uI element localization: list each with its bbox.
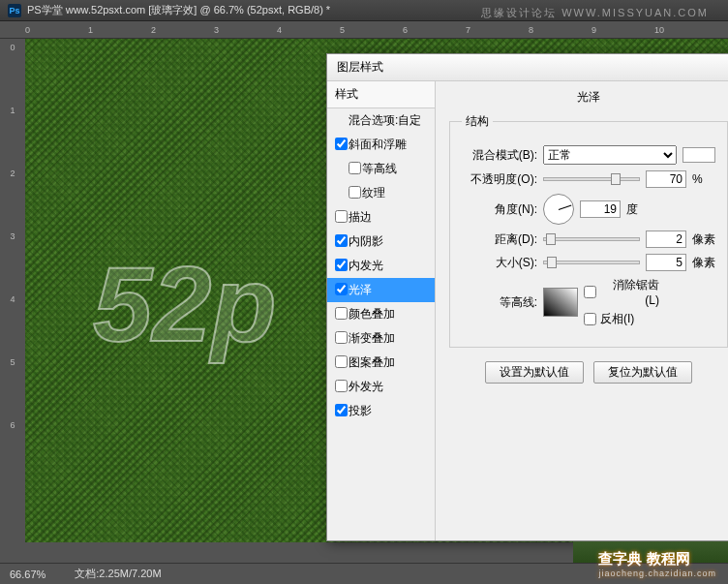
style-checkbox[interactable] [335, 259, 348, 271]
glass-text: 52p [93, 242, 277, 365]
style-item[interactable]: 颜色叠加 [327, 302, 435, 326]
styles-list: 样式 混合选项:自定斜面和浮雕等高线纹理描边内阴影内发光光泽颜色叠加渐变叠加图案… [327, 81, 436, 540]
antialias-checkbox[interactable]: 消除锯齿(L) [584, 277, 659, 307]
style-checkbox[interactable] [335, 210, 348, 223]
style-item[interactable]: 图案叠加 [327, 351, 435, 375]
style-item[interactable]: 描边 [327, 205, 435, 230]
style-item[interactable]: 纹理 [327, 181, 435, 205]
style-checkbox[interactable] [335, 307, 348, 320]
distance-input[interactable] [646, 231, 686, 248]
dialog-title[interactable]: 图层样式 [327, 54, 728, 81]
zoom-level[interactable]: 66.67% [10, 569, 46, 580]
style-checkbox[interactable] [335, 138, 348, 150]
opacity-input[interactable] [646, 170, 686, 188]
style-item[interactable]: 渐变叠加 [327, 326, 435, 351]
panel-title: 光泽 [449, 89, 728, 106]
watermark-bottom: 查字典 教程网 jiaocheng.chazidian.com [598, 550, 716, 578]
style-checkbox[interactable] [335, 283, 348, 295]
doc-size[interactable]: 文档:2.25M/7.20M [75, 567, 161, 581]
blend-mode-select[interactable]: 正常 [543, 145, 677, 165]
angle-input[interactable] [580, 200, 621, 218]
distance-unit: 像素 [692, 231, 715, 248]
distance-slider[interactable] [543, 237, 640, 241]
size-label: 大小(S): [462, 255, 537, 271]
opacity-unit: % [692, 172, 715, 186]
blend-mode-label: 混合模式(B): [462, 147, 537, 164]
ruler-vertical[interactable]: 0123456 [0, 39, 25, 542]
structure-group: 结构 混合模式(B): 正常 不透明度(O): % 角度(N): 度 [449, 113, 728, 348]
settings-panel: 光泽 结构 混合模式(B): 正常 不透明度(O): % 角度(N): [436, 81, 728, 540]
style-item[interactable]: 斜面和浮雕 [327, 133, 435, 157]
contour-label: 等高线: [462, 294, 537, 311]
watermark-top: 思缘设计论坛 WWW.MISSYUAN.COM [481, 6, 709, 20]
size-slider[interactable] [543, 261, 640, 264]
style-checkbox[interactable] [349, 186, 361, 199]
style-item[interactable]: 外发光 [327, 375, 435, 399]
style-item[interactable]: 光泽 [327, 278, 435, 302]
distance-label: 距离(D): [462, 231, 537, 248]
size-unit: 像素 [692, 255, 715, 271]
style-item[interactable]: 投影 [327, 399, 435, 423]
style-checkbox[interactable] [335, 331, 348, 344]
style-checkbox[interactable] [349, 162, 361, 174]
style-checkbox[interactable] [335, 380, 348, 392]
style-checkbox[interactable] [335, 404, 348, 416]
opacity-slider[interactable] [543, 177, 640, 181]
invert-checkbox[interactable]: 反相(I) [584, 311, 659, 327]
style-item[interactable]: 内阴影 [327, 230, 435, 254]
style-item[interactable]: 内发光 [327, 254, 435, 278]
layer-style-dialog: 图层样式 样式 混合选项:自定斜面和浮雕等高线纹理描边内阴影内发光光泽颜色叠加渐… [326, 53, 728, 541]
contour-picker[interactable] [543, 288, 578, 317]
opacity-label: 不透明度(O): [462, 171, 537, 188]
group-legend: 结构 [462, 113, 493, 130]
ruler-horizontal[interactable]: 012345678910 [0, 21, 728, 39]
angle-unit: 度 [626, 201, 650, 218]
styles-header[interactable]: 样式 [327, 81, 435, 108]
ps-icon: Ps [8, 4, 21, 17]
size-input[interactable] [646, 254, 686, 271]
color-swatch[interactable] [682, 147, 715, 163]
style-item[interactable]: 混合选项:自定 [327, 108, 435, 133]
make-default-button[interactable]: 设置为默认值 [485, 361, 584, 384]
angle-label: 角度(N): [462, 201, 537, 218]
reset-default-button[interactable]: 复位为默认值 [593, 361, 692, 384]
angle-dial[interactable] [543, 194, 574, 225]
style-checkbox[interactable] [335, 234, 348, 247]
doc-title: PS学堂 www.52psxt.com [玻璃字效] @ 66.7% (52ps… [27, 3, 330, 17]
style-checkbox[interactable] [335, 355, 348, 368]
style-item[interactable]: 等高线 [327, 157, 435, 181]
